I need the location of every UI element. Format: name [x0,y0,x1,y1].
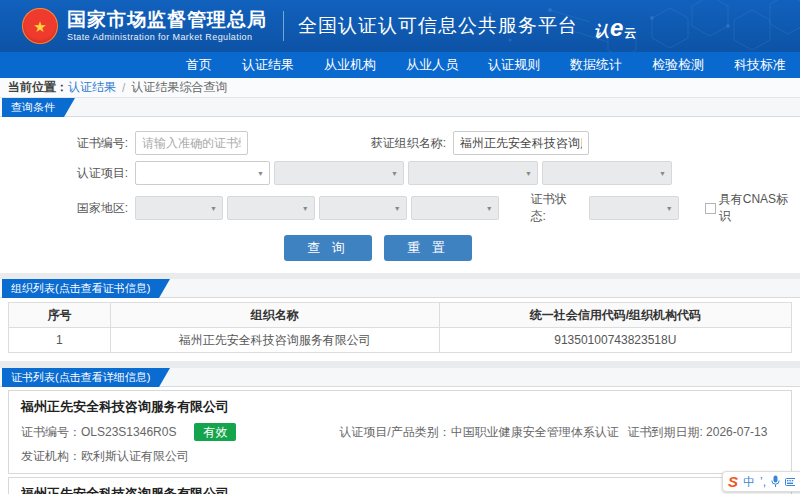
cert-no-value: OLS23S1346R0S [81,425,176,439]
column-header-org-name: 组织名称 [110,303,439,328]
nav-item-statistics[interactable]: 数据统计 [570,56,622,74]
cert-issuer: 发证机构：欧利斯认证有限公司 [21,448,779,465]
cert-project-select-4: ▼ [542,161,672,185]
column-header-credit-code: 统一社会信用代码/组织机构代码 [439,303,791,328]
platform-title: 全国认证认可信息公共服务平台 [298,13,578,39]
chevron-down-icon: ▼ [302,205,309,212]
cert-list-panel: 福州正先安全科技咨询服务有限公司 证书编号：OLS23S1346R0S 有效 认… [0,387,800,494]
cert-category-value: 中国职业健康安全管理体系认证 [451,425,619,439]
org-table: 序号 组织名称 统一社会信用代码/组织机构代码 1 福州正先安全科技咨询服务有限… [8,302,792,353]
region-select-4: ▼ [411,196,499,220]
star-icon: ★ [33,19,46,34]
breadcrumb: 当前位置： 认证结果 / 认证结果综合查询 [0,78,800,98]
main-nav: 首页 认证结果 从业机构 从业人员 认证规则 数据统计 检验检测 科技标准 [0,52,800,78]
table-row[interactable]: 1 福州正先安全科技咨询服务有限公司 91350100743823518U [9,328,792,353]
agency-name-cn: 国家市场监督管理总局 [67,10,267,31]
cert-org-name: 福州正先安全科技咨询服务有限公司 [21,398,779,416]
cnas-checkbox-group: 具有CNAS标识 [705,191,800,225]
cert-project-select-3: ▼ [408,161,538,185]
chevron-down-icon: ▼ [394,205,401,212]
cert-expiry: 证书到期日期: 2026-07-13 [627,424,779,441]
cert-project-select-1[interactable]: ▼ [135,161,270,185]
agency-title-block: 国家市场监督管理总局 State Administration for Mark… [67,10,267,43]
cert-status-label: 证书状态: [531,191,589,225]
header-divider [283,11,284,41]
cert-project-select-2: ▼ [274,161,404,185]
cert-no-label: 证书编号： [21,424,81,441]
chevron-down-icon: ▼ [257,170,264,177]
org-row-name[interactable]: 福州正先安全科技咨询服务有限公司 [110,328,439,353]
nav-item-inspection[interactable]: 检验检测 [652,56,704,74]
cert-list-section-bar: 证书列表(点击查看详细信息) [0,368,800,387]
ime-punctuation-toggle[interactable]: ’, [760,476,766,488]
nav-item-tech-standards[interactable]: 科技标准 [734,56,786,74]
nav-item-institutions[interactable]: 从业机构 [324,56,376,74]
logo-yun: 云 [624,27,636,39]
cert-issuer-value: 欧利斯认证有限公司 [81,449,189,463]
search-button[interactable]: 查 询 [284,235,372,261]
cert-no-input[interactable] [135,131,248,155]
keyboard-icon[interactable] [785,477,795,487]
country-region-label: 国家地区: [0,200,135,217]
breadcrumb-current-page: 认证结果综合查询 [131,79,227,96]
nav-item-cert-results[interactable]: 认证结果 [242,56,294,74]
chevron-down-icon: ▼ [210,205,217,212]
cnas-checkbox[interactable] [705,203,716,214]
org-list-section-bar: 组织列表(点击查看证书信息) [0,279,800,298]
cert-category-label: 认证项目/产品类别： [339,425,450,439]
cert-no-group: 证书编号：OLS23S1346R0S 有效 [21,423,339,441]
query-section-bar: 查询条件 [0,98,800,117]
logo-e: e [610,16,623,40]
chevron-down-icon: ▼ [659,170,666,177]
chevron-down-icon: ▼ [525,170,532,177]
ime-mode-toggle[interactable]: 中 [743,476,755,488]
nav-item-home[interactable]: 首页 [186,56,212,74]
reset-button[interactable]: 重 置 [384,235,472,261]
region-select-1: ▼ [135,196,223,220]
org-row-code[interactable]: 91350100743823518U [439,328,791,353]
breadcrumb-link-cert-results[interactable]: 认证结果 [68,79,116,96]
org-name-input[interactable] [453,131,589,155]
org-table-header-row: 序号 组织名称 统一社会信用代码/组织机构代码 [9,303,792,328]
query-section-title: 查询条件 [2,98,64,117]
cert-expiry-value: 2026-07-13 [706,425,767,439]
chevron-down-icon: ▼ [666,205,673,212]
cert-no-label: 证书编号: [0,135,135,152]
breadcrumb-prefix: 当前位置： [8,79,68,96]
org-list-panel: 序号 组织名称 统一社会信用代码/组织机构代码 1 福州正先安全科技咨询服务有限… [0,298,800,368]
query-form: 证书编号: 获证组织名称: 认证项目: ▼ ▼ ▼ ▼ 国家地区: ▼ ▼ ▼ … [0,117,800,279]
ren-e-yun-logo: 认 e 云 [594,14,636,38]
cert-org-name: 福州正先安全科技咨询服务有限公司 [21,485,779,494]
cert-issuer-label: 发证机构： [21,449,81,463]
cert-list-section-title: 证书列表(点击查看详细信息) [2,368,159,387]
cert-category: 认证项目/产品类别：中国职业健康安全管理体系认证 [339,424,627,441]
breadcrumb-separator: / [122,81,125,95]
column-header-index: 序号 [9,303,111,328]
region-select-2: ▼ [227,196,315,220]
logo-ren: 认 [594,23,609,38]
sogou-logo-icon[interactable]: S [728,474,738,489]
cert-card[interactable]: 福州正先安全科技咨询服务有限公司 证书编号：OLS23S1346R0S 有效 认… [8,390,792,474]
chevron-down-icon: ▼ [486,205,493,212]
status-badge: 有效 [194,423,236,441]
microphone-icon[interactable] [771,475,780,488]
cert-expiry-label: 证书到期日期: [627,425,706,439]
cert-status-select: ▼ [589,196,679,220]
cert-card[interactable]: 福州正先安全科技咨询服务有限公司 证书编号：OLS23Q1344R0S 有效 认… [8,477,792,494]
agency-name-en: State Administration for Market Regulati… [67,32,267,42]
chevron-down-icon: ▼ [391,170,398,177]
cert-project-label: 认证项目: [0,165,135,182]
nav-item-personnel[interactable]: 从业人员 [406,56,458,74]
region-select-3: ▼ [319,196,407,220]
national-emblem-logo: ★ [22,8,58,44]
org-list-section-title: 组织列表(点击查看证书信息) [2,279,159,298]
nav-item-cert-rules[interactable]: 认证规则 [488,56,540,74]
ime-toolbar[interactable]: S 中 ’, [722,471,800,492]
cnas-label: 具有CNAS标识 [719,191,800,225]
org-name-label: 获证组织名称: [248,135,453,152]
site-header: ★ 国家市场监督管理总局 State Administration for Ma… [0,0,800,52]
org-row-index[interactable]: 1 [9,328,111,353]
